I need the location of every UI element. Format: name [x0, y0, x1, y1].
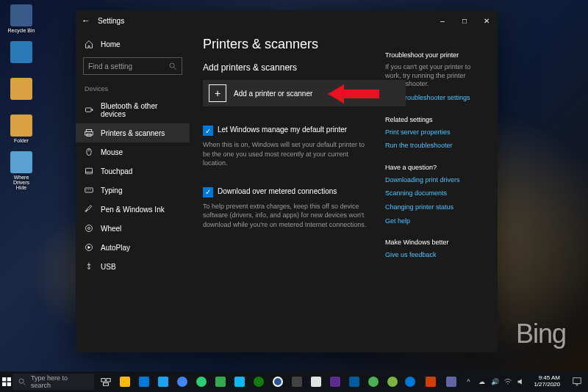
page-title: Printers & scanners	[203, 37, 372, 52]
svg-rect-19	[2, 382, 6, 386]
taskbar-app[interactable]	[269, 371, 287, 392]
svg-point-0	[170, 63, 174, 68]
metered-download-checkbox[interactable]: ✓ Download over metered connections	[203, 187, 372, 197]
home-nav[interactable]: Home	[76, 35, 190, 53]
sidebar-item-autoplay[interactable]: AutoPlay	[76, 238, 190, 257]
pen-icon	[85, 205, 93, 214]
sidebar-item-pen[interactable]: Pen & Windows Ink	[76, 200, 190, 219]
taskbar-app[interactable]	[401, 371, 419, 392]
tray-chevron-icon[interactable]: ^	[463, 377, 473, 387]
taskbar-app[interactable]	[288, 371, 306, 392]
search-placeholder: Find a setting	[88, 62, 165, 70]
default-printer-checkbox[interactable]: ✓ Let Windows manage my default printer	[203, 126, 372, 136]
svg-rect-3	[92, 109, 93, 111]
help-link[interactable]: Get help	[385, 217, 484, 226]
help-link[interactable]: Scanning documents	[385, 189, 484, 198]
taskbar-app[interactable]	[422, 371, 440, 392]
tray-icon[interactable]: ☁	[476, 377, 487, 387]
sidebar-item-label: Pen & Windows Ink	[101, 206, 165, 214]
desktop-icon[interactable]	[7, 78, 35, 101]
taskbar-app[interactable]	[116, 371, 134, 392]
setting-description: When this is on, Windows will set your d…	[203, 140, 372, 168]
search-input[interactable]: Find a setting	[83, 57, 182, 75]
tray-volume-icon[interactable]	[516, 377, 526, 387]
sidebar-item-label: Typing	[101, 186, 122, 195]
tray-wifi-icon[interactable]	[503, 377, 513, 387]
start-button[interactable]	[0, 377, 12, 386]
bluetooth-icon	[85, 106, 93, 115]
svg-point-13	[86, 225, 93, 232]
desktop-icon[interactable]: Recycle Bin	[7, 4, 35, 33]
taskbar-app[interactable]	[326, 371, 344, 392]
taskbar-app[interactable]	[250, 371, 268, 392]
autoplay-icon	[85, 243, 93, 252]
taskbar-app[interactable]	[154, 371, 172, 392]
svg-rect-20	[7, 382, 10, 386]
taskbar-app[interactable]	[442, 371, 460, 392]
add-printer-button[interactable]: + Add a printer or scanner	[203, 80, 406, 106]
titlebar: ← Settings – □ ✕	[76, 10, 498, 31]
help-link[interactable]: Changing printer status	[385, 203, 484, 212]
sidebar-item-typing[interactable]: Typing	[76, 181, 190, 200]
task-view-button[interactable]	[97, 371, 115, 392]
taskbar-app[interactable]	[307, 371, 325, 392]
touchpad-icon	[85, 167, 93, 175]
desktop-icon[interactable]: Where Drivers Hide	[7, 151, 35, 190]
search-icon	[169, 62, 177, 70]
sidebar-item-printers[interactable]: Printers & scanners	[76, 123, 190, 142]
close-button[interactable]: ✕	[476, 10, 498, 31]
rail-heading: Make Windows better	[385, 239, 484, 246]
taskbar-app[interactable]	[384, 371, 401, 392]
svg-rect-24	[107, 379, 110, 382]
add-printer-label: Add a printer or scanner	[234, 90, 312, 98]
taskbar-app[interactable]	[212, 371, 229, 392]
svg-line-22	[24, 382, 26, 385]
taskbar: Type here to search ^ ☁ 🔊 9:45 AM 1/27/2…	[0, 371, 588, 392]
svg-rect-2	[86, 108, 92, 112]
svg-rect-4	[86, 130, 92, 132]
taskbar-app[interactable]	[135, 371, 153, 392]
sidebar-item-mouse[interactable]: Mouse	[76, 142, 190, 161]
desktop-icon[interactable]: Folder	[7, 115, 35, 143]
sidebar-item-label: Printers & scanners	[101, 129, 165, 137]
checkbox-label: Download over metered connections	[218, 187, 337, 195]
red-arrow-annotation	[328, 84, 379, 104]
sidebar-item-usb[interactable]: USB	[76, 257, 190, 276]
plus-icon: +	[209, 84, 226, 102]
sidebar: Home Find a setting Devices Bluetooth & …	[76, 31, 190, 352]
taskbar-app[interactable]	[173, 371, 191, 392]
tray-icon[interactable]: 🔊	[490, 377, 500, 387]
keyboard-icon	[85, 186, 93, 195]
section-heading: Add printers & scanners	[203, 62, 372, 73]
print-server-link[interactable]: Print server properties	[385, 128, 484, 137]
back-button[interactable]: ←	[76, 15, 96, 26]
svg-rect-17	[2, 377, 6, 381]
action-center-button[interactable]	[567, 371, 587, 392]
taskbar-app[interactable]	[365, 371, 382, 392]
sidebar-item-touchpad[interactable]: Touchpad	[76, 161, 190, 181]
feedback-link[interactable]: Give us feedback	[385, 250, 484, 260]
run-troubleshooter-link[interactable]: Run the troubleshooter	[385, 141, 484, 150]
sidebar-item-bluetooth[interactable]: Bluetooth & other devices	[76, 97, 190, 123]
maximize-button[interactable]: □	[453, 10, 476, 31]
desktop-icon[interactable]	[7, 41, 35, 65]
wheel-icon	[85, 224, 93, 233]
usb-icon	[85, 262, 93, 271]
taskbar-app[interactable]	[231, 371, 248, 392]
sidebar-item-label: Wheel	[101, 225, 121, 233]
sidebar-item-wheel[interactable]: Wheel	[76, 219, 190, 238]
category-label: Devices	[76, 82, 190, 97]
help-link[interactable]: Downloading print drivers	[385, 175, 484, 185]
svg-rect-26	[573, 378, 581, 384]
taskbar-clock[interactable]: 9:45 AM 1/27/2020	[529, 375, 564, 388]
taskbar-pinned-apps	[97, 371, 401, 392]
sidebar-item-label: AutoPlay	[101, 244, 130, 252]
taskbar-search[interactable]: Type here to search	[12, 374, 94, 390]
search-placeholder: Type here to search	[31, 374, 88, 389]
taskbar-app[interactable]	[193, 371, 210, 392]
minimize-button[interactable]: –	[431, 10, 453, 31]
home-label: Home	[101, 40, 121, 48]
taskbar-app[interactable]	[345, 371, 363, 392]
sidebar-item-label: Touchpad	[101, 167, 132, 175]
sidebar-item-label: Mouse	[101, 148, 123, 156]
